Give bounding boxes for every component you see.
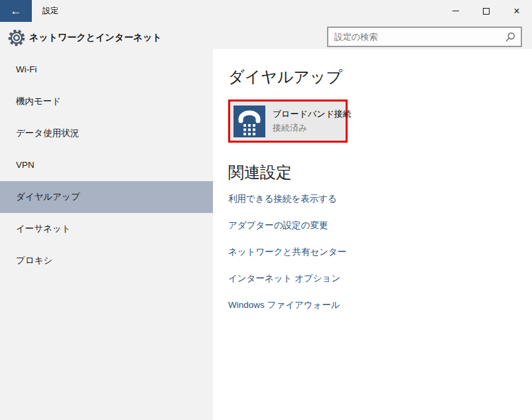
- sidebar-item-ethernet[interactable]: イーサネット: [0, 213, 213, 245]
- sidebar-item-data-usage[interactable]: データ使用状況: [0, 117, 213, 149]
- main-content: ダイヤルアップ ブロードバンド接続 接続済み 関連設定 利用できる接続を表示する…: [213, 49, 532, 420]
- link-network-sharing-center[interactable]: ネットワークと共有センター: [228, 239, 346, 265]
- gear-icon: [8, 29, 25, 46]
- settings-window: ← 設定 × ネットワークとインターネット: [0, 0, 532, 420]
- close-icon: ×: [513, 6, 519, 17]
- dialup-phone-icon: [233, 105, 265, 137]
- header: ← 設定 × ネットワークとインターネット: [0, 0, 532, 49]
- sidebar-item-proxy[interactable]: プロキシ: [0, 245, 213, 277]
- maximize-button[interactable]: [471, 0, 501, 22]
- connection-info: ブロードバンド接続 接続済み: [273, 108, 352, 134]
- maximize-icon: [483, 8, 490, 15]
- search-input[interactable]: [328, 28, 504, 46]
- section-title-related: 関連設定: [228, 162, 292, 183]
- related-links: 利用できる接続を表示する アダプターの設定の変更 ネットワークと共有センター イ…: [228, 186, 346, 318]
- sidebar-item-airplane-mode[interactable]: 機内モード: [0, 86, 213, 117]
- link-change-adapter-settings[interactable]: アダプターの設定の変更: [228, 212, 346, 239]
- link-internet-options[interactable]: インターネット オプション: [228, 265, 346, 292]
- sidebar-item-vpn[interactable]: VPN: [0, 149, 213, 181]
- back-button[interactable]: ←: [0, 0, 32, 22]
- close-button[interactable]: ×: [501, 0, 532, 22]
- broadband-connection-tile[interactable]: ブロードバンド接続 接続済み: [228, 100, 348, 143]
- window-controls: ×: [440, 0, 532, 22]
- page-title: ネットワークとインターネット: [29, 31, 162, 44]
- back-arrow-icon: ←: [11, 5, 22, 18]
- connection-status: 接続済み: [273, 122, 352, 134]
- sidebar-item-dialup[interactable]: ダイヤルアップ: [0, 181, 213, 213]
- search-box: [327, 27, 522, 47]
- search-icon[interactable]: [504, 31, 516, 43]
- link-windows-firewall[interactable]: Windows ファイアウォール: [228, 292, 346, 318]
- minimize-button[interactable]: [440, 0, 471, 22]
- app-title: 設定: [42, 0, 58, 22]
- minimize-icon: [452, 11, 459, 11]
- sidebar-item-wifi[interactable]: Wi-Fi: [0, 54, 213, 86]
- sidebar: Wi-Fi 機内モード データ使用状況 VPN ダイヤルアップ イーサネット プ…: [0, 49, 213, 420]
- link-show-available-connections[interactable]: 利用できる接続を表示する: [228, 186, 346, 212]
- connection-name: ブロードバンド接続: [273, 108, 352, 120]
- section-title-dialup: ダイヤルアップ: [228, 66, 342, 88]
